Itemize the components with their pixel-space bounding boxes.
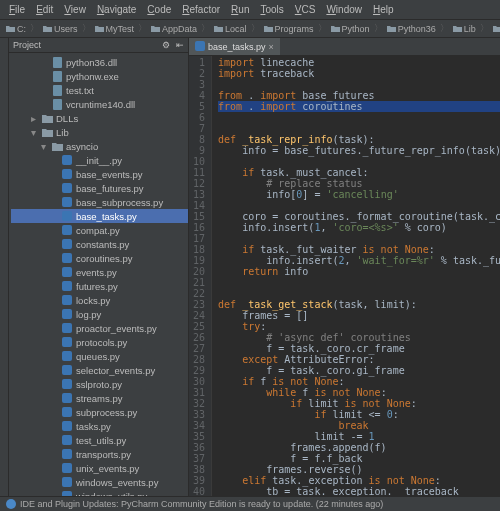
tree-file[interactable]: pythonw.exe xyxy=(11,69,188,83)
tree-file[interactable]: unix_events.py xyxy=(11,461,188,475)
tree-file[interactable]: selector_events.py xyxy=(11,363,188,377)
python-icon xyxy=(61,336,73,348)
svg-rect-18 xyxy=(62,337,72,347)
breadcrumb-item[interactable]: Lib xyxy=(464,24,476,34)
gear-icon[interactable]: ⚙ xyxy=(162,40,170,50)
svg-rect-5 xyxy=(62,155,72,165)
tree-file[interactable]: tasks.py xyxy=(11,419,188,433)
sidebar-header: Project ⚙ ⇤ xyxy=(9,38,188,53)
tree-file[interactable]: base_tasks.py xyxy=(11,209,188,223)
tree-folder[interactable]: ▸ DLLs xyxy=(11,111,188,125)
python-icon xyxy=(61,364,73,376)
tab-file[interactable]: base_tasks.py × xyxy=(189,38,280,55)
breadcrumb-item[interactable]: Programs xyxy=(275,24,314,34)
svg-rect-28 xyxy=(62,477,72,487)
svg-rect-23 xyxy=(62,407,72,417)
tree-file[interactable]: windows_utils.py xyxy=(11,489,188,496)
tree-folder[interactable]: ▾ Lib xyxy=(11,125,188,139)
breadcrumb-sep: 〉 xyxy=(82,22,91,35)
tree-folder[interactable]: ▾ asyncio xyxy=(11,139,188,153)
tree-file[interactable]: base_futures.py xyxy=(11,181,188,195)
breadcrumb-item[interactable]: Python36 xyxy=(398,24,436,34)
info-icon[interactable] xyxy=(6,499,16,509)
fold-icon xyxy=(151,24,160,34)
fold-icon xyxy=(493,24,500,34)
breadcrumb-sep: 〉 xyxy=(251,22,260,35)
tree-file[interactable]: test.txt xyxy=(11,83,188,97)
breadcrumb-item[interactable]: C: xyxy=(17,24,26,34)
sidebar-title[interactable]: Project xyxy=(13,40,41,50)
menu-file[interactable]: File xyxy=(4,2,30,17)
tree-file[interactable]: python36.dll xyxy=(11,55,188,69)
breadcrumb-item[interactable]: MyTest xyxy=(106,24,135,34)
menu-refactor[interactable]: Refactor xyxy=(177,2,225,17)
folder-icon xyxy=(51,140,63,152)
editor-pane: base_tasks.py × 123456789101112131415161… xyxy=(189,38,500,496)
tree-file[interactable]: subprocess.py xyxy=(11,405,188,419)
svg-rect-15 xyxy=(62,295,72,305)
breadcrumb-item[interactable]: Users xyxy=(54,24,78,34)
tree-label: tasks.py xyxy=(76,421,111,432)
python-icon xyxy=(61,476,73,488)
tree-file[interactable]: __init__.py xyxy=(11,153,188,167)
tree-file[interactable]: windows_events.py xyxy=(11,475,188,489)
tree-label: queues.py xyxy=(76,351,120,362)
tree-label: sslproto.py xyxy=(76,379,122,390)
python-icon xyxy=(61,154,73,166)
tree-file[interactable]: proactor_events.py xyxy=(11,321,188,335)
menu-code[interactable]: Code xyxy=(142,2,176,17)
tree-file[interactable]: coroutines.py xyxy=(11,251,188,265)
editor[interactable]: 1234567891011121314151617181920212223242… xyxy=(189,56,500,496)
code-content[interactable]: import linecacheimport traceback from . … xyxy=(212,56,500,496)
svg-rect-12 xyxy=(62,253,72,263)
tree-label: log.py xyxy=(76,309,101,320)
python-icon xyxy=(61,168,73,180)
tree-file[interactable]: protocols.py xyxy=(11,335,188,349)
menu-run[interactable]: Run xyxy=(226,2,254,17)
menu-help[interactable]: Help xyxy=(368,2,399,17)
collapse-icon[interactable]: ⇤ xyxy=(176,40,184,50)
menu-view[interactable]: View xyxy=(59,2,91,17)
fold-icon xyxy=(214,24,223,34)
svg-rect-24 xyxy=(62,421,72,431)
tree-file[interactable]: base_events.py xyxy=(11,167,188,181)
svg-rect-3 xyxy=(53,85,62,96)
python-icon xyxy=(61,224,73,236)
svg-rect-2 xyxy=(53,71,62,82)
tree-file[interactable]: locks.py xyxy=(11,293,188,307)
status-text[interactable]: IDE and Plugin Updates: PyCharm Communit… xyxy=(20,499,383,509)
breadcrumb-sep: 〉 xyxy=(201,22,210,35)
python-icon xyxy=(61,238,73,250)
tree-file[interactable]: sslproto.py xyxy=(11,377,188,391)
menubar: FileEditViewNavigateCodeRefactorRunTools… xyxy=(0,0,500,20)
python-icon xyxy=(61,210,73,222)
tree-file[interactable]: test_utils.py xyxy=(11,433,188,447)
breadcrumb-sep: 〉 xyxy=(374,22,383,35)
menu-tools[interactable]: Tools xyxy=(255,2,288,17)
breadcrumb-item[interactable]: Python xyxy=(342,24,370,34)
tree-file[interactable]: compat.py xyxy=(11,223,188,237)
tree-label: base_subprocess.py xyxy=(76,197,163,208)
file-icon xyxy=(51,70,63,82)
breadcrumb-item[interactable]: AppData xyxy=(162,24,197,34)
tree-file[interactable]: transports.py xyxy=(11,447,188,461)
breadcrumb-item[interactable]: Local xyxy=(225,24,247,34)
tab-label: base_tasks.py xyxy=(208,42,266,52)
file-icon xyxy=(51,98,63,110)
tree-label: subprocess.py xyxy=(76,407,137,418)
menu-window[interactable]: Window xyxy=(321,2,367,17)
tree-file[interactable]: queues.py xyxy=(11,349,188,363)
svg-rect-4 xyxy=(53,99,62,110)
menu-edit[interactable]: Edit xyxy=(31,2,58,17)
tree-file[interactable]: base_subprocess.py xyxy=(11,195,188,209)
tree-file[interactable]: futures.py xyxy=(11,279,188,293)
menu-navigate[interactable]: Navigate xyxy=(92,2,141,17)
tree-file[interactable]: constants.py xyxy=(11,237,188,251)
menu-vcs[interactable]: VCS xyxy=(290,2,321,17)
tree-file[interactable]: events.py xyxy=(11,265,188,279)
tree-file[interactable]: streams.py xyxy=(11,391,188,405)
tree-file[interactable]: vcruntime140.dll xyxy=(11,97,188,111)
close-icon[interactable]: × xyxy=(269,42,274,52)
project-tree[interactable]: python36.dllpythonw.exetest.txtvcruntime… xyxy=(9,53,188,496)
tree-file[interactable]: log.py xyxy=(11,307,188,321)
